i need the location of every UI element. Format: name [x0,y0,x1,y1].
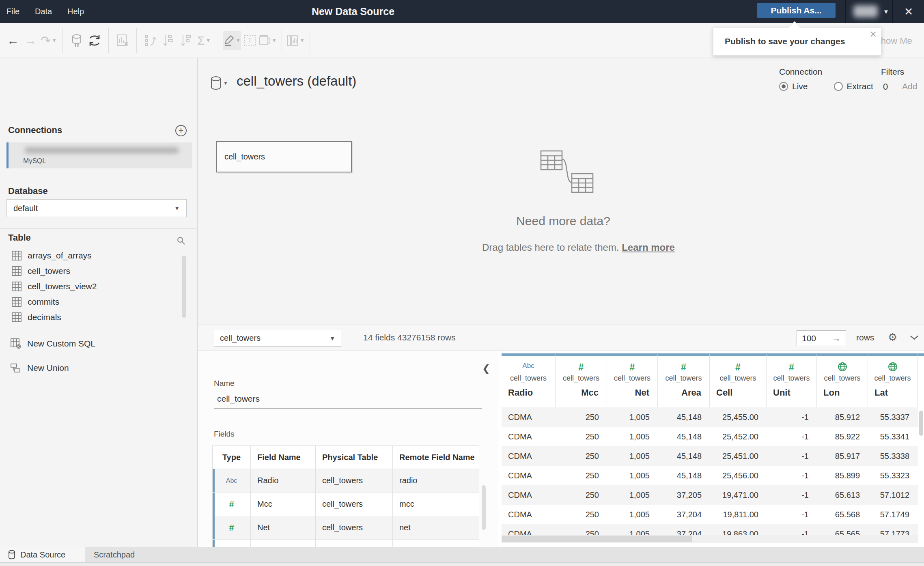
table-name: cell_towers_view2 [28,282,97,291]
cell-lat: 57.1012 [868,491,918,500]
fit-view-icon[interactable]: ▼ [259,31,277,50]
refresh-icon[interactable] [86,31,103,50]
show-cards-icon[interactable]: ▼ [287,31,305,50]
grid-row[interactable]: CDMA 250 1,005 37,205 19,471.00 -1 65.61… [502,485,918,505]
add-connection-icon[interactable]: + [175,125,187,136]
tab-data-source[interactable]: Data Source [0,547,85,562]
clear-sheet-icon[interactable] [114,31,131,50]
totals-caret-icon[interactable]: ▼ [206,37,211,43]
fields-row-net[interactable]: # Net cell_towers net [213,516,479,539]
extract-radio-label[interactable]: Extract [847,82,873,91]
globe-icon [817,362,868,373]
grid-col-unit[interactable]: # cell_towers Unit [767,353,817,407]
cell-lon: 85.899 [817,471,868,480]
tooltip-close-icon[interactable]: ✕ [870,29,877,40]
fields-row-radio[interactable]: Abc Radio cell_towers radio [213,469,479,492]
pause-updates-icon[interactable] [68,31,86,50]
grid-row[interactable]: CDMA 250 1,005 45,148 25,451.00 -1 85.91… [502,446,918,466]
fields-row-partial [213,539,479,547]
grid-vertical-scrollbar[interactable] [919,411,923,436]
table-list-scrollbar[interactable] [182,256,186,318]
grid-col-mcc[interactable]: # cell_towers Mcc [556,353,607,407]
grid-collapse-chevron-icon[interactable] [909,334,920,343]
datasource-cylinder-icon[interactable]: ▼ [210,76,228,90]
grid-col-name: Cell [710,387,766,398]
sort-descending-icon[interactable] [177,31,195,50]
cell-area: 37,204 [658,510,710,519]
fields-row-mcc[interactable]: # Mcc cell_towers mcc [213,492,479,516]
undo-icon[interactable]: ← [4,31,22,50]
sidebar-item-cell-towers[interactable]: cell_towers [11,264,174,278]
extract-radio[interactable] [834,82,843,91]
grid-hscroll-thumb[interactable] [502,536,692,542]
grid-col-lat[interactable]: cell_towers Lat [868,353,918,407]
fields-table-scrollbar[interactable] [482,485,486,530]
datasource-caret-icon[interactable]: ▼ [223,80,228,86]
number-type-icon: # [229,499,234,510]
grid-col-cell[interactable]: # cell_towers Cell [710,353,767,407]
grid-row[interactable]: CDMA 250 1,005 45,148 25,455.00 -1 85.91… [502,407,918,427]
custom-sql-icon [10,338,22,349]
filters-add-link[interactable]: Add [902,82,917,91]
cell-area: 37,205 [658,491,710,500]
grid-col-lon[interactable]: cell_towers Lon [817,353,868,407]
sidebar-item-arrays-of-arrays[interactable]: arrays_of_arrays [11,249,174,263]
redo-icon[interactable]: → [22,31,40,50]
menu-data[interactable]: Data [35,0,52,23]
fit-caret-icon[interactable]: ▼ [271,37,277,43]
table-node-cell-towers[interactable]: cell_towers [216,141,352,172]
text-label-icon[interactable]: T [241,31,259,50]
field-name: Radio [251,469,316,492]
live-radio-label[interactable]: Live [792,82,808,91]
swap-rows-columns-icon[interactable] [142,31,159,50]
cell-unit: -1 [767,452,817,461]
cell-mcc: 250 [556,510,607,519]
sidebar-item-decimals[interactable]: decimals [11,310,174,324]
live-radio[interactable] [779,82,788,91]
new-union-button[interactable]: New Union [10,361,181,375]
apply-row-count-icon[interactable]: → [832,333,841,344]
connection-item[interactable]: MySQL [6,142,192,168]
replay-icon[interactable]: ↷▼ [40,31,58,50]
new-custom-sql-button[interactable]: New Custom SQL [10,336,181,351]
sort-ascending-icon[interactable] [159,31,177,50]
window-close-button[interactable]: ✕ [902,5,915,19]
collapse-panel-icon[interactable]: ❮ [482,363,490,374]
cell-area: 45,148 [658,471,710,480]
grid-row[interactable]: CDMA 250 1,005 37,204 19,811.00 -1 65.56… [502,505,918,524]
sidebar-item-cell-towers-view2[interactable]: cell_towers_view2 [11,280,174,293]
cards-caret-icon[interactable]: ▼ [299,37,305,43]
highlight-pen-icon[interactable]: ▼ [223,31,241,50]
table-selector[interactable]: cell_towers ▼ [214,330,341,346]
grid-row[interactable]: CDMA 250 1,005 37,204 19,863.00 -1 65.56… [502,524,918,535]
cell-net: 1,005 [607,413,658,422]
replay-caret-icon[interactable]: ▼ [52,37,57,43]
grid-row[interactable]: CDMA 250 1,005 45,148 25,456.00 -1 85.89… [502,466,918,485]
field-name: Net [251,516,316,539]
toolbar-separator [108,28,109,53]
table-search-icon[interactable] [176,236,186,247]
publish-as-button[interactable]: Publish As... [757,3,836,18]
grid-col-net[interactable]: # cell_towers Net [607,353,658,407]
grid-settings-gear-icon[interactable]: ⚙ [888,331,897,344]
table-name: decimals [28,312,61,322]
highlight-caret-icon[interactable]: ▼ [236,37,241,43]
totals-icon[interactable]: Σ▼ [195,31,213,50]
grid-col-area[interactable]: # cell_towers Area [658,353,710,407]
cell-radio: CDMA [502,413,556,422]
learn-more-link[interactable]: Learn more [622,242,675,253]
menu-help[interactable]: Help [67,0,84,23]
grid-row[interactable]: CDMA 250 1,005 45,148 25,452.00 -1 85.92… [502,427,918,446]
user-menu-caret-icon[interactable]: ▼ [883,8,889,15]
sidebar-item-commits[interactable]: commits [11,295,174,309]
name-value[interactable]: cell_towers [217,394,260,404]
database-select[interactable]: default ▼ [6,199,187,217]
fields-col-physical-table: Physical Table [316,446,393,469]
grid-col-radio[interactable]: Abc cell_towers Radio [502,353,556,407]
grid-horizontal-scrollbar[interactable] [502,535,918,543]
number-type-icon: # [229,523,234,533]
tab-scratchpad[interactable]: Scratchpad [89,547,140,562]
user-avatar[interactable] [853,5,878,17]
row-count-input[interactable]: 100 → [797,330,846,346]
menu-file[interactable]: File [6,0,19,23]
